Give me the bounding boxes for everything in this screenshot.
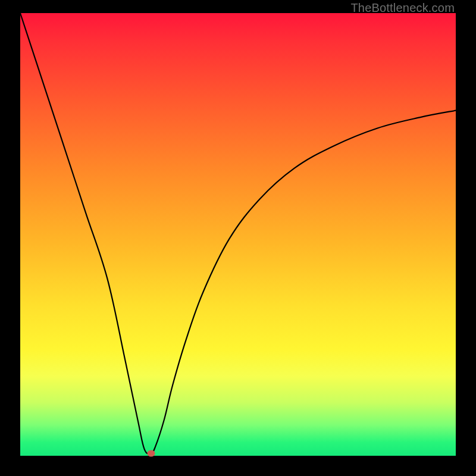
optimal-point-marker: [147, 450, 155, 457]
bottleneck-curve: [20, 13, 456, 454]
chart-frame: TheBottleneck.com: [0, 0, 476, 476]
curve-svg: [20, 13, 456, 456]
plot-area: [20, 13, 456, 456]
